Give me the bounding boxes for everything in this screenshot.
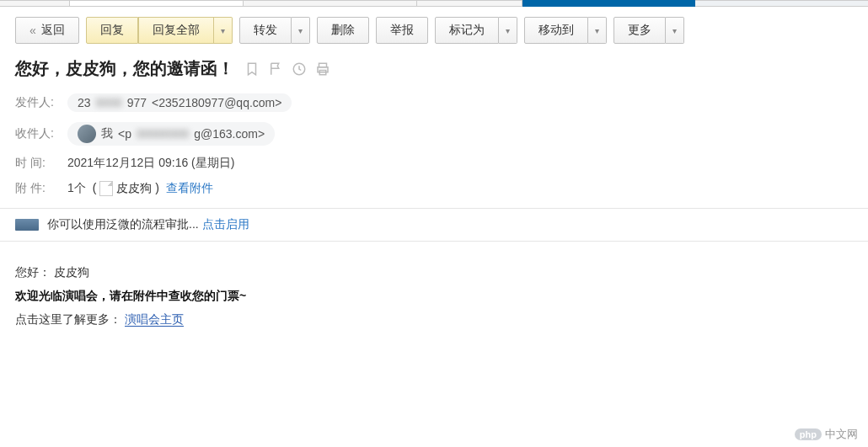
chevron-down-icon: ▾: [672, 26, 677, 35]
mark-group: 标记为 ▾: [435, 17, 517, 44]
chevron-down-icon: ▾: [221, 26, 225, 35]
body-greeting: 您好： 皮皮狗: [15, 260, 853, 284]
back-label: 返回: [41, 23, 65, 38]
attachment-row: 附 件: 1个 ( 皮皮狗 ) 查看附件: [15, 176, 853, 201]
subject-row: 您好，皮皮狗，您的邀请函！: [0, 54, 868, 88]
sender-label: 发件人:: [15, 95, 61, 110]
date-row: 时 间: 2021年12月12日 09:16 (星期日): [15, 151, 853, 176]
recipient-label: 收件人:: [15, 126, 61, 141]
attach-group: ( 皮皮狗 ): [93, 181, 159, 196]
chevron-down-icon: ▾: [595, 26, 599, 35]
reply-group: 回复 回复全部 ▾: [86, 17, 233, 44]
email-toolbar: « 返回 回复 回复全部 ▾ 转发 ▾ 删除 举报 标记为 ▾ 移动到 ▾ 更多…: [0, 7, 868, 54]
move-group: 移动到 ▾: [524, 17, 607, 44]
back-button[interactable]: « 返回: [15, 17, 79, 44]
file-icon: [99, 181, 113, 196]
move-to-dropdown-button[interactable]: ▾: [588, 17, 607, 44]
email-subject: 您好，皮皮狗，您的邀请函！: [15, 57, 234, 80]
delete-button[interactable]: 删除: [317, 17, 369, 44]
attach-label: 附 件:: [15, 181, 61, 196]
subject-actions: [244, 61, 330, 77]
attach-name: 皮皮狗: [116, 181, 152, 194]
concert-homepage-link[interactable]: 演唱会主页: [125, 312, 184, 327]
body-welcome: 欢迎光临演唱会，请在附件中查收您的门票~: [15, 284, 853, 307]
forward-button[interactable]: 转发: [239, 17, 292, 44]
body-link-row: 点击这里了解更多： 演唱会主页: [15, 307, 853, 331]
sender-row: 发件人: 230000977<2352180977@qq.com>: [15, 88, 853, 117]
mark-as-dropdown-button[interactable]: ▾: [499, 17, 517, 44]
sender-name-prefix: 23: [78, 96, 91, 109]
print-icon[interactable]: [315, 61, 330, 77]
more-group: 更多 ▾: [613, 17, 684, 44]
date-label: 时 间:: [15, 156, 61, 171]
report-button[interactable]: 举报: [376, 17, 428, 44]
recipient-email-prefix: <p: [118, 127, 131, 141]
flag-icon[interactable]: [268, 61, 283, 77]
sender-email: <2352180977@qq.com>: [152, 96, 281, 109]
forward-group: 转发 ▾: [239, 17, 310, 44]
view-attachment-link[interactable]: 查看附件: [166, 181, 213, 196]
more-button[interactable]: 更多: [613, 17, 666, 44]
top-tab-strip: [0, 0, 868, 7]
email-meta: 发件人: 230000977<2352180977@qq.com> 收件人: 我…: [0, 88, 868, 201]
recipient-row: 收件人: 我<p00000000g@163.com>: [15, 117, 853, 151]
move-to-button[interactable]: 移动到: [524, 17, 588, 44]
reply-dropdown-button[interactable]: ▾: [214, 17, 233, 44]
reply-button[interactable]: 回复: [86, 17, 138, 44]
recipient-pill[interactable]: 我<p00000000g@163.com>: [67, 122, 275, 146]
recipient-name: 我: [101, 126, 113, 141]
mark-as-button[interactable]: 标记为: [435, 17, 499, 44]
sender-blur: 0000: [96, 96, 122, 109]
recipient-email-suffix: g@163.com>: [194, 127, 265, 141]
sender-pill[interactable]: 230000977<2352180977@qq.com>: [67, 93, 292, 112]
avatar-icon: [78, 125, 96, 143]
sender-name-suffix: 977: [127, 96, 147, 109]
clock-icon[interactable]: [292, 61, 307, 77]
chevron-left-icon: «: [29, 24, 36, 37]
email-body: 您好： 皮皮狗 欢迎光临演唱会，请在附件中查收您的门票~ 点击这里了解更多： 演…: [0, 242, 868, 349]
chevron-down-icon: ▾: [298, 26, 303, 35]
more-dropdown-button[interactable]: ▾: [666, 17, 684, 44]
chevron-down-icon: ▾: [506, 26, 510, 35]
recipient-blur: 00000000: [137, 127, 189, 141]
reply-all-button[interactable]: 回复全部: [138, 17, 214, 44]
notice-logo-icon: [15, 219, 39, 231]
notice-text: 你可以使用泛微的流程审批... 点击启用: [47, 217, 249, 232]
forward-dropdown-button[interactable]: ▾: [292, 17, 310, 44]
notice-action-link[interactable]: 点击启用: [202, 217, 249, 231]
bookmark-icon[interactable]: [244, 61, 260, 77]
date-value: 2021年12月12日 09:16 (星期日): [67, 156, 234, 171]
attach-count: 1个: [67, 181, 86, 196]
notice-bar: 你可以使用泛微的流程审批... 点击启用: [0, 208, 868, 242]
